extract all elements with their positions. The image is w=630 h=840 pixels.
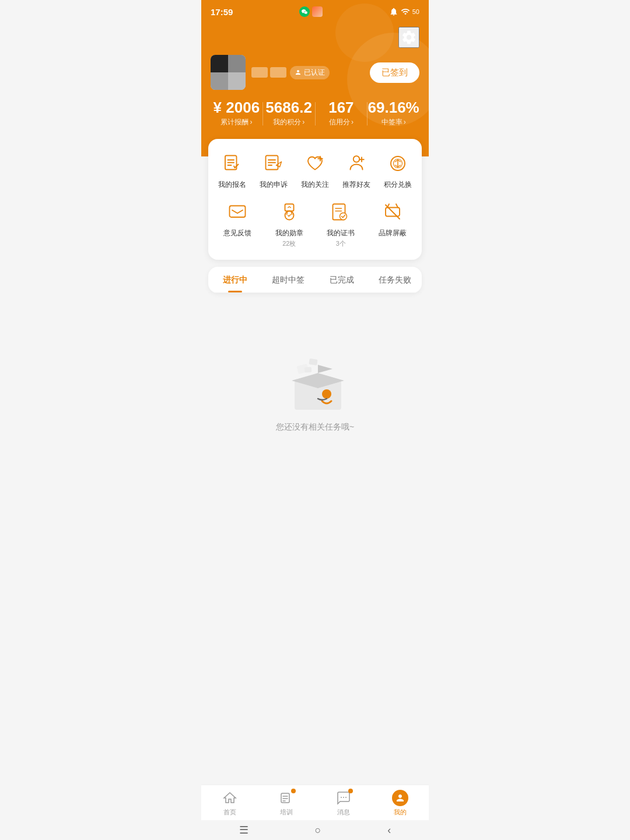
status-time: 17:59 — [211, 7, 233, 17]
menu-my-follow[interactable]: 我的关注 — [297, 151, 334, 190]
menu-my-complaint-label: 我的申诉 — [260, 180, 288, 190]
settings-button[interactable] — [398, 27, 419, 48]
header-top — [211, 27, 419, 48]
menu-my-cert-label: 我的证书 — [327, 228, 355, 238]
stat-rate[interactable]: 69.16% 中签率 › — [368, 99, 419, 127]
my-follow-icon — [302, 151, 328, 176]
menu-my-follow-label: 我的关注 — [301, 180, 329, 190]
my-medal-icon — [276, 199, 302, 225]
app-icon — [312, 6, 323, 17]
tab-overtime-sign[interactable]: 超时中签 — [262, 267, 316, 292]
menu-my-medal-label: 我的勋章 — [275, 228, 303, 238]
brand-block-icon — [380, 199, 405, 225]
header-area: 已认证 已签到 ¥ 2006 累计报酬 › 5686.2 我的积分 › 167 … — [201, 21, 429, 156]
feedback-icon — [225, 199, 250, 225]
gear-icon — [401, 29, 417, 46]
user-row: 已认证 已签到 — [211, 55, 419, 90]
svg-point-20 — [340, 212, 347, 219]
empty-text: 您还没有相关任务哦~ — [276, 422, 354, 433]
menu-points-exchange-label: 积分兑换 — [384, 180, 412, 190]
stat-points[interactable]: 5686.2 我的积分 › — [263, 99, 315, 127]
my-cert-icon — [328, 199, 354, 225]
svg-rect-16 — [230, 205, 246, 217]
stat-reward-value: ¥ 2006 — [211, 99, 262, 116]
tab-task-failed[interactable]: 任务失败 — [369, 267, 422, 292]
points-exchange-icon — [385, 151, 411, 176]
tab-in-progress[interactable]: 进行中 — [208, 267, 262, 292]
menu-card: 我的报名 我的申诉 我的关注 — [208, 139, 422, 260]
menu-grid-top: 我的报名 我的申诉 我的关注 — [214, 151, 416, 190]
empty-state-area: 您还没有相关任务哦~ — [201, 300, 429, 475]
menu-points-exchange[interactable]: 积分兑换 — [379, 151, 416, 190]
menu-feedback-label: 意见反馈 — [223, 228, 251, 238]
empty-illustration — [280, 343, 350, 413]
stat-points-label: 我的积分 › — [263, 117, 315, 127]
wechat-icon — [299, 6, 310, 17]
menu-my-registration[interactable]: 我的报名 — [214, 151, 251, 190]
menu-brand-block[interactable]: 品牌屏蔽 — [369, 199, 416, 248]
stat-rate-value: 69.16% — [368, 99, 419, 116]
menu-my-medal[interactable]: 我的勋章 22枚 — [266, 199, 313, 248]
menu-my-registration-label: 我的报名 — [218, 180, 246, 190]
svg-rect-31 — [304, 367, 312, 372]
svg-rect-17 — [285, 204, 293, 211]
stat-credit-value: 167 — [316, 99, 368, 116]
my-complaint-icon — [261, 151, 286, 176]
menu-my-cert-count: 3个 — [336, 239, 346, 248]
stats-row: ¥ 2006 累计报酬 › 5686.2 我的积分 › 167 信用分 › 69… — [211, 99, 419, 127]
menu-grid-bottom: 意见反馈 我的勋章 22枚 — [214, 199, 416, 248]
stat-reward-label: 累计报酬 › — [211, 117, 262, 127]
svg-rect-30 — [309, 358, 317, 365]
menu-brand-block-label: 品牌屏蔽 — [379, 228, 407, 238]
user-info: 已认证 — [211, 55, 330, 90]
tab-completed[interactable]: 已完成 — [315, 267, 369, 292]
menu-my-cert[interactable]: 我的证书 3个 — [317, 199, 365, 248]
status-right-icons: 50 — [389, 7, 419, 16]
sign-in-button[interactable]: 已签到 — [370, 62, 419, 83]
menu-refer-friend-label: 推荐好友 — [342, 180, 370, 190]
status-bar: 17:59 50 — [201, 0, 429, 21]
status-app-icons — [299, 6, 323, 17]
menu-feedback[interactable]: 意见反馈 — [214, 199, 261, 248]
verified-badge: 已认证 — [290, 66, 330, 79]
menu-my-complaint[interactable]: 我的申诉 — [256, 151, 292, 190]
stat-points-value: 5686.2 — [263, 99, 315, 116]
username-placeholder — [251, 67, 286, 78]
avatar[interactable] — [211, 55, 246, 90]
svg-point-28 — [322, 389, 331, 399]
stat-credit[interactable]: 167 信用分 › — [316, 99, 368, 127]
stat-reward[interactable]: ¥ 2006 累计报酬 › — [211, 99, 262, 127]
refer-friend-icon — [344, 151, 369, 176]
svg-point-10 — [354, 156, 360, 162]
stat-rate-label: 中签率 › — [368, 117, 419, 127]
user-name-row: 已认证 — [251, 66, 330, 79]
stat-credit-label: 信用分 › — [316, 117, 368, 127]
my-registration-icon — [219, 151, 245, 176]
menu-refer-friend[interactable]: 推荐好友 — [338, 151, 374, 190]
tabs-header: 进行中 超时中签 已完成 任务失败 — [208, 267, 422, 293]
verified-label: 已认证 — [304, 68, 325, 78]
tabs-card: 进行中 超时中签 已完成 任务失败 — [208, 267, 422, 293]
menu-my-medal-count: 22枚 — [282, 239, 296, 248]
battery-icon: 50 — [412, 8, 419, 15]
